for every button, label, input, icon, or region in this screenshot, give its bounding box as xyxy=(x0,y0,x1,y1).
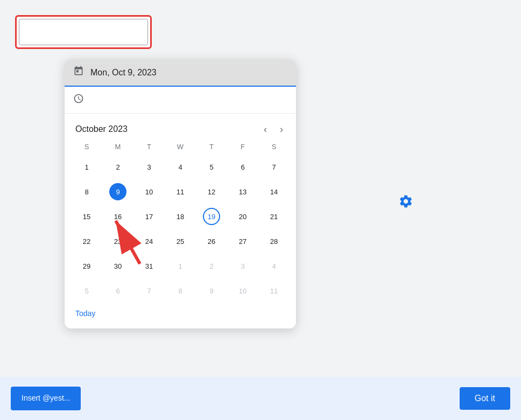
dow-saturday: S xyxy=(258,141,290,153)
dow-monday: M xyxy=(102,141,133,153)
calendar-day[interactable]: 11 xyxy=(258,279,290,303)
dow-sunday: S xyxy=(71,141,102,153)
calendar-day[interactable]: 23 xyxy=(102,229,133,253)
calendar-day[interactable]: 29 xyxy=(71,254,102,278)
calendar-day[interactable]: 22 xyxy=(71,229,102,253)
clock-icon xyxy=(73,93,84,107)
calendar-day[interactable]: 5 xyxy=(196,155,227,179)
month-navigation: October 2023 ‹ › xyxy=(65,114,296,141)
calendar-day[interactable]: 1 xyxy=(165,254,196,278)
time-row xyxy=(65,87,296,114)
calendar-day[interactable]: 11 xyxy=(165,180,196,204)
calendar-day[interactable]: 4 xyxy=(165,155,196,179)
calendar-day[interactable]: 30 xyxy=(102,254,133,278)
calendar-header-row: Mon, Oct 9, 2023 xyxy=(65,59,296,87)
dow-wednesday: W xyxy=(165,141,196,153)
calendar-day[interactable]: 31 xyxy=(133,254,165,278)
next-month-button[interactable]: › xyxy=(278,122,285,136)
gear-icon xyxy=(398,194,413,209)
calendar-picker: Mon, Oct 9, 2023 October 2023 ‹ › S M T … xyxy=(65,59,296,328)
calendar-day[interactable]: 27 xyxy=(227,229,258,253)
calendar-day[interactable]: 6 xyxy=(102,279,133,303)
calendar-day[interactable]: 13 xyxy=(227,180,258,204)
calendar-day[interactable]: 28 xyxy=(258,229,290,253)
calendar-day[interactable]: 5 xyxy=(71,279,102,303)
calendar-day[interactable]: 2 xyxy=(196,254,227,278)
calendar-day[interactable]: 6 xyxy=(227,155,258,179)
dow-friday: F xyxy=(227,141,258,153)
calendar-day[interactable]: 3 xyxy=(227,254,258,278)
calendar-grid: 1234567891011121314151617181920212223242… xyxy=(65,155,296,303)
dow-tuesday: T xyxy=(133,141,165,153)
calendar-day[interactable]: 15 xyxy=(71,205,102,228)
calendar-header-date: Mon, Oct 9, 2023 xyxy=(90,68,157,78)
today-button[interactable]: Today xyxy=(75,307,95,320)
dow-thursday: T xyxy=(196,141,227,153)
calendar-day[interactable]: 26 xyxy=(196,229,227,253)
calendar-icon xyxy=(73,66,84,79)
month-title: October 2023 xyxy=(75,124,128,134)
days-of-week-row: S M T W T F S xyxy=(65,141,296,153)
calendar-day[interactable]: 7 xyxy=(133,279,165,303)
calendar-day[interactable]: 14 xyxy=(258,180,290,204)
nav-arrows: ‹ › xyxy=(262,122,285,136)
calendar-day[interactable]: 21 xyxy=(258,205,290,228)
gear-icon-container[interactable] xyxy=(398,194,413,211)
calendar-day[interactable]: 10 xyxy=(133,180,165,204)
calendar-day[interactable]: 19 xyxy=(196,205,227,228)
calendar-day[interactable]: 3 xyxy=(133,155,165,179)
calendar-day[interactable]: 24 xyxy=(133,229,165,253)
calendar-day[interactable]: 9 xyxy=(102,180,133,204)
calendar-day[interactable]: 17 xyxy=(133,205,165,228)
calendar-day[interactable]: 2 xyxy=(102,155,133,179)
calendar-day[interactable]: 8 xyxy=(71,180,102,204)
prev-month-button[interactable]: ‹ xyxy=(262,122,269,136)
date-input[interactable]: Oct 9, 2023 xyxy=(19,19,148,45)
calendar-day[interactable]: 9 xyxy=(196,279,227,303)
got-it-button[interactable]: Got it xyxy=(460,387,510,410)
calendar-day[interactable]: 12 xyxy=(196,180,227,204)
bottom-bar: Insert @yest... Got it xyxy=(0,377,521,420)
calendar-day[interactable]: 8 xyxy=(165,279,196,303)
date-input-wrapper: Oct 9, 2023 xyxy=(15,15,152,49)
calendar-day[interactable]: 10 xyxy=(227,279,258,303)
calendar-day[interactable]: 16 xyxy=(102,205,133,228)
calendar-day[interactable]: 7 xyxy=(258,155,290,179)
calendar-day[interactable]: 25 xyxy=(165,229,196,253)
calendar-day[interactable]: 1 xyxy=(71,155,102,179)
calendar-day[interactable]: 18 xyxy=(165,205,196,228)
calendar-day[interactable]: 4 xyxy=(258,254,290,278)
insert-button[interactable]: Insert @yest... xyxy=(11,387,81,410)
calendar-day[interactable]: 20 xyxy=(227,205,258,228)
